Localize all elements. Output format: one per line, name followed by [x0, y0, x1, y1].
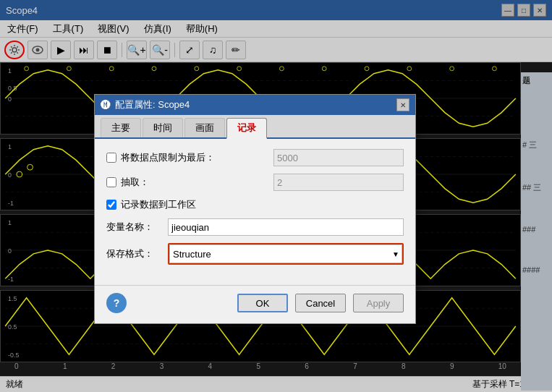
format-label: 保存格式：	[106, 247, 168, 260]
configuration-dialog: 🅜 配置属性: Scope4 ✕ 主要 时间 画面 记录 将数据点限制为最后：	[94, 94, 416, 324]
tab-main[interactable]: 主要	[101, 118, 141, 137]
dialog-overlay: 🅜 配置属性: Scope4 ✕ 主要 时间 画面 记录 将数据点限制为最后：	[0, 0, 552, 392]
log-workspace-row: 记录数据到工作区	[106, 198, 404, 211]
format-row: 保存格式： Structure Array Structure With Tim…	[106, 243, 404, 265]
dialog-title: 配置属性: Scope4	[115, 98, 396, 111]
dialog-title-bar: 🅜 配置属性: Scope4 ✕	[95, 95, 415, 115]
cancel-button[interactable]: Cancel	[295, 294, 346, 312]
decimation-input[interactable]	[273, 174, 404, 191]
ok-button[interactable]: OK	[237, 294, 288, 312]
apply-button[interactable]: Apply	[353, 294, 404, 312]
tab-recording[interactable]: 记录	[226, 118, 267, 139]
log-workspace-checkbox[interactable]	[106, 200, 116, 210]
dialog-tabs: 主要 时间 画面 记录	[95, 115, 415, 139]
limit-data-row: 将数据点限制为最后：	[106, 149, 404, 166]
decimation-row: 抽取：	[106, 174, 404, 191]
limit-data-checkbox[interactable]	[106, 153, 116, 163]
var-name-input[interactable]	[168, 218, 404, 236]
dialog-close-button[interactable]: ✕	[396, 98, 409, 111]
dialog-buttons: ? OK Cancel Apply	[95, 285, 415, 323]
dialog-content: 将数据点限制为最后： 抽取： 记录数据到工作区	[95, 139, 415, 285]
var-name-label: 变量名称：	[106, 221, 168, 234]
log-workspace-label: 记录数据到工作区	[106, 198, 404, 211]
decimation-checkbox[interactable]	[106, 177, 116, 187]
decimation-label: 抽取：	[106, 176, 273, 189]
limit-data-input[interactable]	[273, 149, 404, 166]
format-select[interactable]: Structure Array Structure With Time Time…	[169, 244, 402, 263]
tab-display[interactable]: 画面	[184, 118, 225, 137]
decimation-text: 抽取：	[121, 176, 149, 189]
tab-time[interactable]: 时间	[143, 118, 183, 137]
limit-data-text: 将数据点限制为最后：	[121, 151, 215, 164]
matlab-icon: 🅜	[101, 99, 111, 111]
log-workspace-text: 记录数据到工作区	[121, 198, 196, 211]
format-select-wrap: Structure Array Structure With Time Time…	[168, 243, 404, 265]
var-name-row: 变量名称：	[106, 218, 404, 236]
help-button[interactable]: ?	[106, 293, 127, 313]
limit-data-label: 将数据点限制为最后：	[106, 151, 273, 164]
